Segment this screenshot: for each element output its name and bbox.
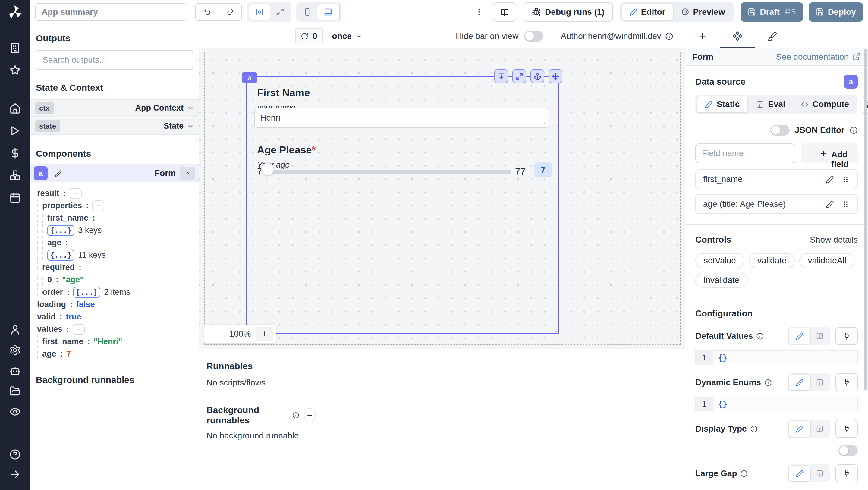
tree-object-chip[interactable]: {...} xyxy=(47,250,74,261)
age-slider-thumb[interactable] xyxy=(261,163,274,175)
resources-icon[interactable] xyxy=(9,170,21,181)
edit-field-button[interactable] xyxy=(826,200,834,208)
schema-field-row[interactable]: age (title: Age Please) xyxy=(695,194,858,214)
context-row-state[interactable]: stateState xyxy=(30,118,199,135)
drag-handle-icon[interactable] xyxy=(842,200,850,208)
eval-mode-button[interactable]: f xyxy=(810,375,829,390)
component-tag[interactable]: a xyxy=(242,72,257,84)
search-outputs-input[interactable] xyxy=(36,50,193,70)
control-pill-validateAll[interactable]: validateAll xyxy=(799,253,855,268)
variables-icon[interactable] xyxy=(9,147,21,159)
component-resize-handle[interactable] xyxy=(552,327,558,333)
info-icon[interactable] xyxy=(292,411,299,420)
edit-field-button[interactable] xyxy=(826,175,834,184)
tree-key-first_name[interactable]: first_name: xyxy=(30,212,199,224)
mobile-view-button[interactable] xyxy=(298,4,317,21)
collapse-toggle-icon[interactable] xyxy=(73,324,85,335)
eval-mode-button[interactable]: f xyxy=(810,421,829,437)
run-mode-select[interactable]: once xyxy=(332,31,362,41)
drag-handle-icon[interactable] xyxy=(842,175,850,184)
info-icon[interactable] xyxy=(740,470,748,477)
favorites-icon[interactable] xyxy=(9,64,21,76)
field-name-input[interactable] xyxy=(695,144,795,163)
audit-icon[interactable] xyxy=(9,406,21,417)
tree-key-first_name[interactable]: first_name:"Henri" xyxy=(30,335,199,348)
tree-key-age[interactable]: age:7 xyxy=(30,348,199,360)
eval-mode-button[interactable]: f xyxy=(810,466,829,481)
source-tab-compute[interactable]: Compute xyxy=(794,96,856,113)
undo-button[interactable] xyxy=(195,4,218,20)
connect-button[interactable] xyxy=(835,464,858,483)
help-icon[interactable] xyxy=(9,449,21,460)
editor-tab[interactable]: Editor xyxy=(621,4,673,21)
source-tab-static[interactable]: Static xyxy=(697,96,747,113)
app-summary-input[interactable] xyxy=(35,3,187,21)
info-icon[interactable] xyxy=(849,126,858,134)
first-name-input[interactable] xyxy=(254,108,550,128)
config-toggle[interactable] xyxy=(838,445,858,456)
expand-button[interactable] xyxy=(513,69,526,83)
static-mode-button[interactable] xyxy=(789,375,810,390)
info-icon[interactable] xyxy=(756,332,764,340)
tree-value-row[interactable]: {...}3 keys xyxy=(30,224,199,237)
windmill-logo-icon[interactable] xyxy=(7,4,24,21)
age-slider-track[interactable] xyxy=(266,170,512,174)
show-details-link[interactable]: Show details xyxy=(810,235,858,245)
tree-key-order[interactable]: order:[...]2 items xyxy=(30,286,199,298)
json-editor-toggle[interactable] xyxy=(770,125,789,135)
tree-object-chip[interactable]: [...] xyxy=(73,287,100,298)
tab-styling[interactable] xyxy=(755,24,790,48)
preview-tab[interactable]: Preview xyxy=(673,4,733,21)
users-icon[interactable] xyxy=(9,324,21,335)
debug-runs-button[interactable]: Debug runs (1) xyxy=(524,2,613,22)
form-component[interactable]: a First Name your name Age Please* Your … xyxy=(246,76,559,334)
tree-key-loading[interactable]: loading:false xyxy=(30,298,199,311)
collapse-component-button[interactable] xyxy=(180,167,195,180)
hide-bar-toggle[interactable] xyxy=(524,31,544,41)
workspace-icon[interactable] xyxy=(9,42,21,54)
deploy-button[interactable]: Deploy xyxy=(809,2,863,22)
anchor-button[interactable] xyxy=(530,69,544,83)
connect-button[interactable] xyxy=(835,327,858,345)
connect-button[interactable] xyxy=(835,420,858,438)
zoom-in-button[interactable] xyxy=(256,327,273,341)
tree-key-result[interactable]: result: xyxy=(30,187,199,200)
center-layout-button[interactable] xyxy=(249,4,270,21)
redo-button[interactable] xyxy=(218,4,241,20)
info-icon[interactable] xyxy=(750,425,758,433)
tab-insert-component[interactable] xyxy=(685,24,720,48)
move-button[interactable] xyxy=(549,69,562,83)
zoom-out-button[interactable] xyxy=(204,325,224,343)
see-documentation-link[interactable]: See documentation xyxy=(776,52,861,62)
workers-icon[interactable] xyxy=(9,365,21,376)
connect-button[interactable] xyxy=(835,373,858,392)
eval-mode-button[interactable]: f xyxy=(810,328,829,344)
tree-key-0[interactable]: 0:"age" xyxy=(30,274,199,286)
panel-scrollbar[interactable] xyxy=(864,49,867,390)
add-field-button[interactable]: Add field xyxy=(801,144,858,163)
collapse-toggle-icon[interactable] xyxy=(92,201,104,211)
static-mode-button[interactable] xyxy=(789,421,810,437)
more-menu-button[interactable] xyxy=(473,6,485,18)
settings-icon[interactable] xyxy=(9,344,21,356)
config-code-editor[interactable]: 1{} xyxy=(695,350,858,365)
docs-button[interactable] xyxy=(493,2,516,22)
tree-key-required[interactable]: required: xyxy=(30,261,199,274)
home-icon[interactable] xyxy=(9,103,21,114)
context-row-ctx[interactable]: ctxApp Context xyxy=(30,99,199,117)
schema-field-row[interactable]: first_name xyxy=(695,170,858,189)
tree-key-valid[interactable]: valid:true xyxy=(30,311,199,323)
fill-height-button[interactable] xyxy=(494,69,508,83)
refresh-count-button[interactable]: 0 xyxy=(295,28,323,44)
control-pill-setValue[interactable]: setValue xyxy=(695,253,744,268)
tree-value-row[interactable]: {...}11 keys xyxy=(30,249,199,261)
info-icon[interactable] xyxy=(764,379,772,386)
component-id-badge[interactable]: a xyxy=(844,75,858,89)
info-icon[interactable] xyxy=(665,32,673,40)
control-pill-invalidate[interactable]: invalidate xyxy=(695,273,748,288)
component-row-form[interactable]: a Form xyxy=(30,164,199,182)
runs-icon[interactable] xyxy=(9,125,21,136)
textarea-resize-icon[interactable] xyxy=(540,119,546,125)
config-code-editor[interactable]: 1{} xyxy=(695,397,858,411)
tab-component-settings[interactable] xyxy=(720,24,755,48)
